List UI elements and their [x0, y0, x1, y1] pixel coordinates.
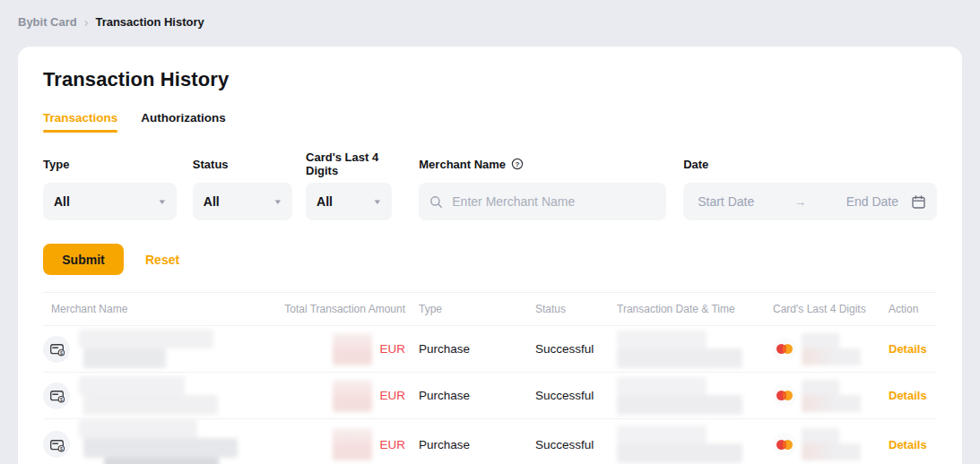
active-tab-underline: [43, 130, 117, 133]
currency-code: EUR: [379, 389, 405, 402]
svg-text:?: ?: [516, 160, 520, 168]
redacted-card-digits: [802, 380, 861, 412]
status-dropdown-value: All: [204, 194, 274, 209]
status-cell: Successful: [535, 438, 617, 451]
redacted-merchant-name: [79, 419, 238, 464]
status-label: Status: [193, 157, 292, 171]
start-date-field[interactable]: Start Date: [698, 194, 754, 209]
card-last4-dropdown[interactable]: All ▼: [306, 183, 392, 220]
status-cell: Successful: [535, 389, 617, 402]
mastercard-icon: [773, 384, 796, 408]
chevron-down-icon: ▼: [158, 198, 168, 206]
filter-status: Status All ▼: [193, 157, 292, 220]
action-cell: Details: [889, 389, 937, 402]
status-cell: Successful: [535, 342, 617, 356]
chevron-right-icon: ›: [84, 16, 89, 29]
svg-text:$: $: [59, 397, 62, 402]
datetime-cell: [617, 377, 773, 415]
redacted-card-digits: [802, 428, 861, 460]
svg-text:$: $: [59, 445, 62, 451]
type-dropdown[interactable]: All ▼: [43, 183, 177, 220]
filter-bar: Type All ▼ Status All ▼ Card's Last 4 Di…: [43, 157, 937, 220]
transactions-table: Merchant Name Total Transaction Amount T…: [43, 292, 937, 464]
mastercard-icon: [773, 433, 796, 456]
redacted-amount: [333, 333, 372, 365]
header-status: Status: [535, 303, 617, 315]
filter-card-last4: Card's Last 4 Digits All ▼: [306, 157, 392, 220]
details-link[interactable]: Details: [889, 438, 927, 451]
breadcrumb-current: Transaction History: [95, 15, 204, 29]
status-dropdown[interactable]: All ▼: [193, 183, 292, 220]
type-cell: Purchase: [419, 389, 535, 402]
breadcrumb-parent-link[interactable]: Bybit Card: [18, 15, 77, 29]
date-range-arrow-icon: →: [754, 195, 846, 209]
breadcrumb: Bybit Card › Transaction History: [0, 0, 980, 47]
header-total-transaction-amount: Total Transaction Amount: [281, 303, 419, 315]
tab-bar: Transactions Authorizations: [43, 111, 937, 133]
currency-code: EUR: [379, 342, 405, 356]
redacted-datetime: [617, 425, 742, 463]
filter-type: Type All ▼: [43, 157, 177, 220]
merchant-name-label: Merchant Name: [419, 158, 506, 171]
header-merchant-name: Merchant Name: [43, 303, 281, 315]
amount-cell: EUR: [281, 333, 419, 365]
merchant-search-box: [419, 183, 666, 220]
card-transaction-icon: $: [43, 382, 70, 409]
redacted-datetime: [617, 377, 742, 415]
filter-merchant-name: Merchant Name ?: [419, 157, 666, 220]
submit-button[interactable]: Submit: [43, 244, 124, 275]
type-dropdown-value: All: [54, 194, 159, 209]
amount-cell: EUR: [281, 428, 419, 460]
action-cell: Details: [889, 342, 937, 356]
svg-text:$: $: [59, 350, 62, 356]
end-date-field[interactable]: End Date: [846, 194, 898, 209]
card-last4-cell: [773, 333, 889, 365]
filter-actions: Submit Reset: [43, 244, 937, 275]
reset-button[interactable]: Reset: [145, 253, 179, 267]
date-range-picker[interactable]: Start Date → End Date: [683, 183, 937, 220]
datetime-cell: [617, 331, 773, 368]
merchant-cell: $: [43, 330, 281, 368]
card-last4-cell: [773, 428, 889, 460]
chevron-down-icon: ▼: [273, 198, 283, 206]
merchant-name-input[interactable]: [450, 193, 655, 210]
amount-cell: EUR: [281, 380, 419, 412]
table-row: $ EUR Purchase Successful: [43, 326, 937, 373]
table-row: $ EUR Purchase Successful: [43, 373, 937, 419]
tab-authorizations[interactable]: Authorizations: [141, 111, 226, 133]
redacted-datetime: [617, 331, 742, 368]
details-link[interactable]: Details: [889, 342, 927, 356]
table-body: $ EUR Purchase Successful: [43, 326, 937, 464]
header-action: Action: [889, 303, 937, 315]
header-card-last4: Card's Last 4 Digits: [773, 303, 889, 315]
header-transaction-date-time: Transaction Date & Time: [617, 303, 773, 315]
datetime-cell: [617, 425, 773, 463]
tab-transactions-label: Transactions: [43, 111, 117, 125]
redacted-amount: [333, 380, 372, 412]
header-type: Type: [419, 303, 535, 315]
redacted-merchant-name: [79, 376, 218, 415]
filter-date: Date Start Date → End Date: [683, 157, 937, 220]
redacted-card-digits: [802, 333, 861, 365]
chevron-down-icon: ▼: [373, 198, 383, 206]
currency-code: EUR: [379, 438, 405, 451]
type-label: Type: [43, 157, 177, 171]
search-icon: [429, 195, 443, 209]
card-last4-label: Card's Last 4 Digits: [306, 157, 392, 171]
page-title: Transaction History: [43, 68, 937, 91]
mastercard-icon: [773, 338, 796, 361]
tab-transactions[interactable]: Transactions: [43, 111, 117, 133]
redacted-amount: [333, 428, 372, 460]
card-transaction-icon: $: [43, 431, 70, 458]
action-cell: Details: [889, 438, 937, 451]
card-transaction-icon: $: [43, 336, 70, 363]
type-cell: Purchase: [419, 438, 535, 451]
card-last4-cell: [773, 380, 889, 412]
transaction-history-panel: Transaction History Transactions Authori…: [18, 47, 962, 464]
table-row: $ EUR Purchase Successful: [43, 419, 937, 464]
tab-authorizations-label: Authorizations: [141, 111, 226, 125]
calendar-icon[interactable]: [911, 194, 926, 210]
redacted-merchant-name: [79, 330, 213, 368]
details-link[interactable]: Details: [889, 389, 927, 402]
help-icon[interactable]: ?: [511, 158, 524, 170]
